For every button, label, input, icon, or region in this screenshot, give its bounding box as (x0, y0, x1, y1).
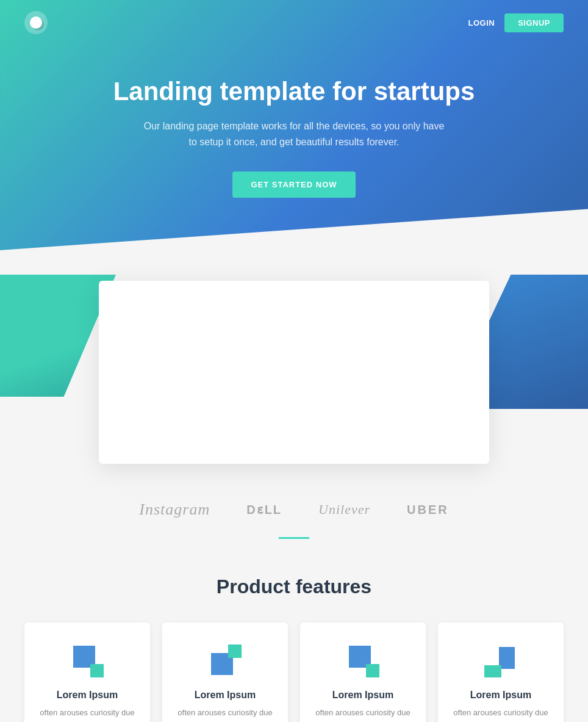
feature-icon-1 (71, 644, 104, 677)
feature-icon-4 (484, 644, 517, 677)
hero-title: Landing template for startups (113, 77, 475, 106)
logo-dell: DɛLL (246, 502, 282, 517)
features-grid: Lorem Ipsum often arouses curiosity due … (24, 623, 564, 722)
logo-instagram: Instagram (139, 500, 210, 519)
feature-desc-4: often arouses curiosity due to its resem… (450, 707, 551, 722)
login-button[interactable]: LOGIN (468, 18, 495, 27)
feature-card-3: Lorem Ipsum often arouses curiosity due … (300, 623, 426, 722)
feature-name-2: Lorem Ipsum (174, 690, 276, 701)
logos-section: Instagram DɛLL Unilever UBER (0, 482, 588, 531)
feature-desc-2: often arouses curiosity due to its resem… (174, 707, 276, 722)
feature-icon-3 (346, 644, 379, 677)
feature-desc-1: often arouses curiosity due to its resem… (37, 707, 138, 722)
navbar: LOGIN SIGNUP (0, 0, 588, 45)
feature-card-1: Lorem Ipsum often arouses curiosity due … (24, 623, 150, 722)
section-divider (279, 537, 309, 539)
logo-unilever: Unilever (318, 502, 370, 518)
feature-card-2: Lorem Ipsum often arouses curiosity due … (162, 623, 288, 722)
icon-square-accent-3 (366, 664, 379, 677)
feature-name-4: Lorem Ipsum (450, 690, 551, 701)
hero-subtitle: Our landing page template works for all … (142, 118, 446, 150)
cta-button[interactable]: GET STARTED NOW (232, 171, 355, 198)
logo[interactable] (24, 11, 48, 34)
icon-square-accent-2 (228, 644, 242, 658)
navbar-actions: LOGIN SIGNUP (468, 13, 564, 32)
feature-card-4: Lorem Ipsum often arouses curiosity due … (438, 623, 564, 722)
logo-inner (30, 16, 42, 29)
feature-desc-3: often arouses curiosity due to its resem… (312, 707, 414, 722)
icon-square-accent-4 (484, 665, 501, 677)
icon-square-accent-1 (90, 664, 104, 677)
features-title: Product features (24, 576, 564, 598)
feature-name-1: Lorem Ipsum (37, 690, 138, 701)
mockup-card (99, 281, 489, 464)
features-section: Product features Lorem Ipsum often arous… (0, 545, 588, 722)
signup-button[interactable]: SIGNUP (504, 13, 564, 32)
logo-uber: UBER (407, 503, 449, 517)
feature-name-3: Lorem Ipsum (312, 690, 414, 701)
feature-icon-2 (209, 644, 242, 677)
